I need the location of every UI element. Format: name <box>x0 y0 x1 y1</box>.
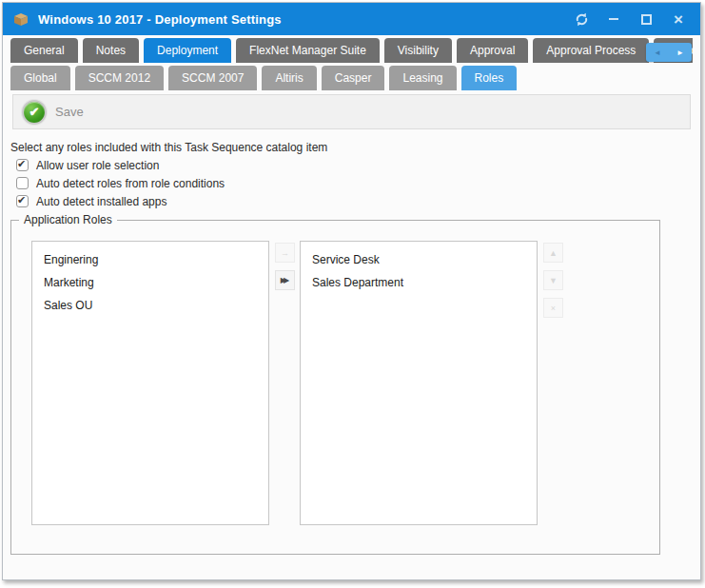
tab-scroll-right-button[interactable]: ► <box>669 43 692 62</box>
order-buttons-column: ▲▼× <box>543 243 563 525</box>
refresh-button[interactable] <box>573 10 590 28</box>
checkbox-label: Allow user role selection <box>36 159 159 172</box>
maximize-icon <box>641 14 652 25</box>
close-icon: × <box>674 11 683 28</box>
application-roles-group-label: Application Roles <box>19 213 117 226</box>
tab-approval[interactable]: Approval <box>457 38 528 63</box>
tab-notes[interactable]: Notes <box>83 38 139 63</box>
minimize-button[interactable] <box>605 10 622 28</box>
remove-role-button[interactable]: × <box>543 298 563 318</box>
move-up-button[interactable]: ▲ <box>543 243 563 263</box>
tab-global[interactable]: Global <box>10 66 70 90</box>
auto-detect-installed-apps-checkbox[interactable] <box>16 195 29 207</box>
selected-roles-list[interactable]: Service DeskSales Department <box>300 241 538 525</box>
save-check-icon: ✔ <box>22 100 47 125</box>
minimize-icon <box>609 18 618 20</box>
allow-user-role-selection-checkbox[interactable] <box>16 159 29 171</box>
tab-scroller: ◄ ► <box>646 43 692 62</box>
checkbox-label: Auto detect installed apps <box>36 195 166 208</box>
app-package-icon <box>12 11 29 27</box>
move-right-icon: → <box>281 248 289 258</box>
move-buttons-column: →▶▶ <box>275 243 295 525</box>
close-button[interactable]: × <box>670 10 687 28</box>
checkbox-row-auto-detect-roles-from-role-conditions: Auto detect roles from role conditions <box>16 174 700 192</box>
tab-deployment[interactable]: Deployment <box>144 38 231 63</box>
refresh-icon <box>575 12 589 27</box>
move-down-icon: ▼ <box>549 276 558 285</box>
tab-altiris[interactable]: Altiris <box>262 66 316 90</box>
list-item-sales-department[interactable]: Sales Department <box>301 271 537 294</box>
list-item-marketing[interactable]: Marketing <box>32 271 268 294</box>
tab-sccm-2012[interactable]: SCCM 2012 <box>75 66 164 90</box>
move-right-button[interactable]: → <box>275 243 295 263</box>
section-heading: Select any roles included with this Task… <box>10 141 700 154</box>
list-item-sales-ou[interactable]: Sales OU <box>32 294 268 317</box>
available-roles-list[interactable]: EngineringMarketingSales OU <box>31 241 269 525</box>
save-button[interactable]: ✔ Save <box>22 100 84 125</box>
tab-flexnet-manager-suite[interactable]: FlexNet Manager Suite <box>236 38 380 63</box>
move-up-icon: ▲ <box>549 248 558 258</box>
move-down-button[interactable]: ▼ <box>543 270 563 290</box>
titlebar: Windows 10 2017 - Deployment Settings × <box>3 3 700 35</box>
tab-visibility[interactable]: Visibility <box>384 38 452 63</box>
application-roles-groupbox: Application Roles EngineringMarketingSal… <box>10 220 660 555</box>
move-all-right-button[interactable]: ▶▶ <box>275 270 295 290</box>
checkbox-row-allow-user-role-selection: Allow user role selection <box>16 156 700 174</box>
window-title: Windows 10 2017 - Deployment Settings <box>38 12 573 27</box>
checkbox-label: Auto detect roles from role conditions <box>36 177 225 190</box>
remove-role-icon: × <box>551 304 556 313</box>
tab-roles[interactable]: Roles <box>461 66 518 90</box>
toolbar: ✔ Save <box>12 94 691 129</box>
list-item-enginering[interactable]: Enginering <box>32 248 268 271</box>
checkbox-group: Allow user role selectionAuto detect rol… <box>16 156 700 210</box>
tab-leasing[interactable]: Leasing <box>389 66 456 90</box>
tab-scroll-left-button[interactable]: ◄ <box>646 43 669 62</box>
primary-tab-row: GeneralNotesDeploymentFlexNet Manager Su… <box>10 38 693 63</box>
deployment-settings-window: Windows 10 2017 - Deployment Settings × … <box>2 2 701 580</box>
tab-sccm-2007[interactable]: SCCM 2007 <box>168 66 257 90</box>
window-controls: × <box>573 10 687 28</box>
save-button-label: Save <box>55 105 84 119</box>
list-item-service-desk[interactable]: Service Desk <box>301 248 537 271</box>
checkbox-row-auto-detect-installed-apps: Auto detect installed apps <box>16 192 700 210</box>
move-all-right-icon: ▶▶ <box>281 276 289 284</box>
tab-general[interactable]: General <box>10 38 78 63</box>
tab-casper[interactable]: Casper <box>322 66 385 90</box>
tab-approval-process[interactable]: Approval Process <box>533 38 649 63</box>
auto-detect-roles-from-role-conditions-checkbox[interactable] <box>16 177 29 189</box>
maximize-button[interactable] <box>637 10 655 28</box>
application-roles-content: EngineringMarketingSales OU →▶▶ Service … <box>11 221 659 525</box>
secondary-tab-row: GlobalSCCM 2012SCCM 2007AltirisCasperLea… <box>10 66 693 90</box>
